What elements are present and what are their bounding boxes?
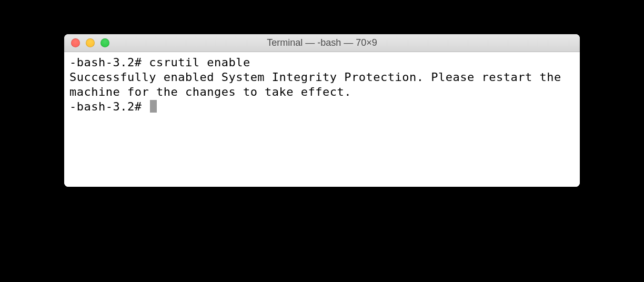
terminal-prompt: -bash-3.2# — [69, 100, 149, 113]
close-icon[interactable] — [71, 38, 80, 47]
window-titlebar[interactable]: Terminal — -bash — 70×9 — [64, 34, 580, 52]
terminal-line: Successfully enabled System Integrity Pr… — [69, 70, 575, 99]
terminal-prompt-line: -bash-3.2# — [69, 99, 575, 114]
terminal-content[interactable]: -bash-3.2# csrutil enableSuccessfully en… — [64, 52, 580, 187]
minimize-icon[interactable] — [86, 38, 95, 47]
terminal-window: Terminal — -bash — 70×9 -bash-3.2# csrut… — [64, 34, 580, 187]
cursor-icon — [150, 100, 157, 113]
terminal-line: -bash-3.2# csrutil enable — [69, 55, 575, 70]
window-title: Terminal — -bash — 70×9 — [64, 37, 580, 48]
zoom-icon[interactable] — [100, 38, 109, 47]
traffic-lights — [64, 38, 109, 47]
